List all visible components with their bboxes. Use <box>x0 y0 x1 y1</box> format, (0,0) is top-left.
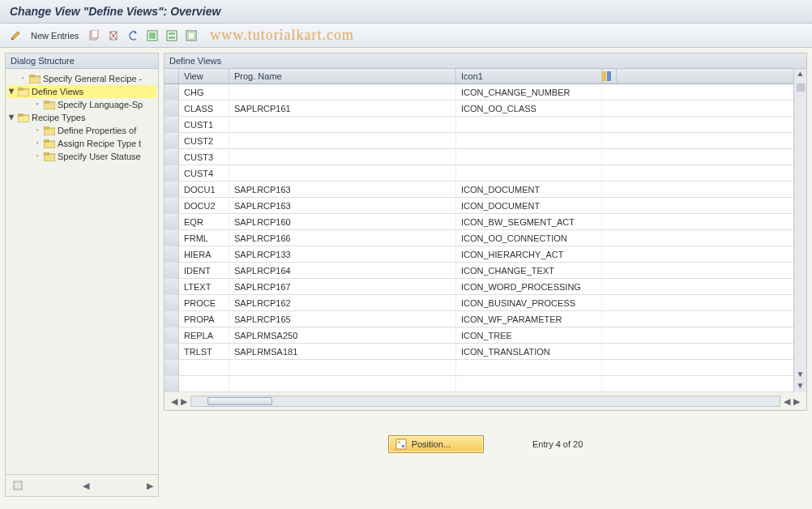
scroll-up-icon[interactable]: ▲ <box>797 69 805 80</box>
cell-icon[interactable] <box>456 149 602 165</box>
cell-view[interactable]: FRML <box>179 230 229 246</box>
column-header-icon[interactable]: Icon1 <box>456 69 602 83</box>
cell-icon[interactable]: ICON_BUSINAV_PROCESS <box>456 295 602 310</box>
cell-prog[interactable] <box>229 376 456 391</box>
row-selector[interactable] <box>165 133 179 148</box>
row-selector[interactable] <box>165 84 179 100</box>
hscroll-thumb[interactable] <box>207 397 272 405</box>
hscroll-left2-icon[interactable]: ▶ <box>181 396 187 407</box>
cell-view[interactable]: REPLA <box>179 327 229 343</box>
cell-prog[interactable]: SAPLRCP164 <box>229 263 456 278</box>
cell-view[interactable]: TRLST <box>179 344 229 359</box>
cell-view[interactable] <box>179 360 229 375</box>
table-row[interactable]: HIERASAPLRCP133ICON_HIERARCHY_ACT <box>165 246 806 263</box>
cell-view[interactable]: CUST1 <box>179 117 229 132</box>
table-row[interactable]: DOCU1SAPLRCP163ICON_DOCUMENT <box>165 182 806 198</box>
cell-view[interactable]: DOCU1 <box>179 182 229 197</box>
cell-icon[interactable]: ICON_WORD_PROCESSING <box>456 279 602 294</box>
cell-icon[interactable] <box>456 376 602 391</box>
cell-view[interactable]: CLASS <box>179 101 229 116</box>
cell-icon[interactable]: ICON_CHANGE_NUMBER <box>456 84 602 100</box>
tree-expander-icon[interactable]: · <box>33 125 41 136</box>
row-selector[interactable] <box>165 149 179 165</box>
grid-config-icon[interactable] <box>602 69 617 83</box>
cell-prog[interactable] <box>229 84 456 100</box>
undo-icon[interactable] <box>126 28 140 43</box>
cell-prog[interactable] <box>229 165 456 181</box>
cell-icon[interactable]: ICON_BW_SEGMENT_ACT <box>456 214 602 229</box>
cell-prog[interactable]: SAPLRCP165 <box>229 311 456 327</box>
cell-view[interactable]: HIERA <box>179 246 229 262</box>
hscroll-right2-icon[interactable]: ▶ <box>793 396 800 407</box>
cell-view[interactable]: CUST3 <box>179 149 229 165</box>
table-row[interactable]: FRMLSAPLRCP166ICON_OO_CONNECTION <box>165 230 806 246</box>
row-selector[interactable] <box>165 182 179 197</box>
cell-prog[interactable]: SAPLRMSA250 <box>229 327 456 343</box>
horizontal-scrollbar[interactable] <box>190 396 780 407</box>
scroll-down-icon[interactable]: ▼ <box>797 370 805 381</box>
table-row[interactable] <box>165 376 806 392</box>
toggle-edit-icon[interactable] <box>8 28 23 43</box>
row-selector[interactable] <box>165 279 179 294</box>
cell-prog[interactable]: SAPLRCP162 <box>229 295 456 310</box>
cell-prog[interactable]: SAPLRCP166 <box>229 230 456 246</box>
cell-prog[interactable]: SAPLRCP163 <box>229 182 456 197</box>
tree-item[interactable]: ·Assign Recipe Type t <box>7 137 156 150</box>
row-selector[interactable] <box>165 311 179 327</box>
row-selector[interactable] <box>165 360 179 375</box>
sidebar-config-icon[interactable] <box>11 478 25 493</box>
cell-icon[interactable] <box>456 117 602 132</box>
table-row[interactable]: CUST2 <box>165 133 806 149</box>
table-row[interactable]: IDENTSAPLRCP164ICON_CHANGE_TEXT <box>165 263 806 279</box>
cell-prog[interactable]: SAPLRMSA181 <box>229 344 456 359</box>
cell-view[interactable]: CHG <box>179 84 229 100</box>
tree-expander-icon[interactable]: · <box>33 151 41 162</box>
row-selector[interactable] <box>165 263 179 278</box>
cell-prog[interactable] <box>229 117 456 132</box>
tree-expander-icon[interactable]: · <box>19 73 27 84</box>
new-entries-button[interactable]: New Entries <box>28 31 82 41</box>
tree-expander-icon[interactable]: · <box>33 99 41 110</box>
table-row[interactable]: CUST4 <box>165 165 806 182</box>
cell-view[interactable]: IDENT <box>179 263 229 278</box>
cell-view[interactable]: EQR <box>179 214 229 229</box>
cell-prog[interactable]: SAPLRCP163 <box>229 198 456 213</box>
row-selector[interactable] <box>165 327 179 343</box>
sidebar-scroll-right-icon[interactable]: ▶ <box>147 481 153 491</box>
deselect-all-icon[interactable] <box>184 28 199 43</box>
table-row[interactable]: CUST1 <box>165 117 806 133</box>
table-row[interactable] <box>165 360 806 376</box>
cell-prog[interactable]: SAPLRCP167 <box>229 279 456 294</box>
cell-prog[interactable]: SAPLRCP133 <box>229 246 456 262</box>
tree-item[interactable]: ·Specify User Statuse <box>7 150 156 163</box>
cell-icon[interactable] <box>456 360 602 375</box>
cell-view[interactable] <box>179 376 229 391</box>
cell-icon[interactable]: ICON_TRANSLATION <box>456 344 602 359</box>
tree-item[interactable]: ·Specify Language-Sp <box>7 98 156 111</box>
cell-icon[interactable]: ICON_HIERARCHY_ACT <box>456 246 602 262</box>
cell-icon[interactable]: ICON_DOCUMENT <box>456 182 602 197</box>
cell-prog[interactable] <box>229 149 456 165</box>
tree-item[interactable]: ·Specify General Recipe - <box>7 72 156 85</box>
cell-view[interactable]: PROPA <box>179 311 229 327</box>
cell-prog[interactable] <box>229 133 456 148</box>
table-row[interactable]: REPLASAPLRMSA250ICON_TREE <box>165 327 806 344</box>
tree-expander-icon[interactable]: ▼ <box>7 112 15 123</box>
delete-icon[interactable] <box>106 28 121 43</box>
cell-icon[interactable]: ICON_TREE <box>456 327 602 343</box>
hscroll-left-icon[interactable]: ◀ <box>171 396 177 407</box>
cell-icon[interactable] <box>456 165 602 181</box>
cell-icon[interactable]: ICON_DOCUMENT <box>456 198 602 213</box>
row-selector[interactable] <box>165 246 179 262</box>
row-selector[interactable] <box>165 198 179 213</box>
column-header-view[interactable]: View <box>179 69 229 83</box>
row-selector[interactable] <box>165 295 179 310</box>
cell-view[interactable]: CUST2 <box>179 133 229 148</box>
tree-expander-icon[interactable]: · <box>33 138 41 149</box>
row-selector[interactable] <box>165 230 179 246</box>
select-block-icon[interactable] <box>165 28 179 43</box>
table-row[interactable]: CUST3 <box>165 149 806 165</box>
cell-prog[interactable]: SAPLRCP160 <box>229 214 456 229</box>
table-row[interactable]: LTEXTSAPLRCP167ICON_WORD_PROCESSING <box>165 279 806 295</box>
cell-view[interactable]: CUST4 <box>179 165 229 181</box>
